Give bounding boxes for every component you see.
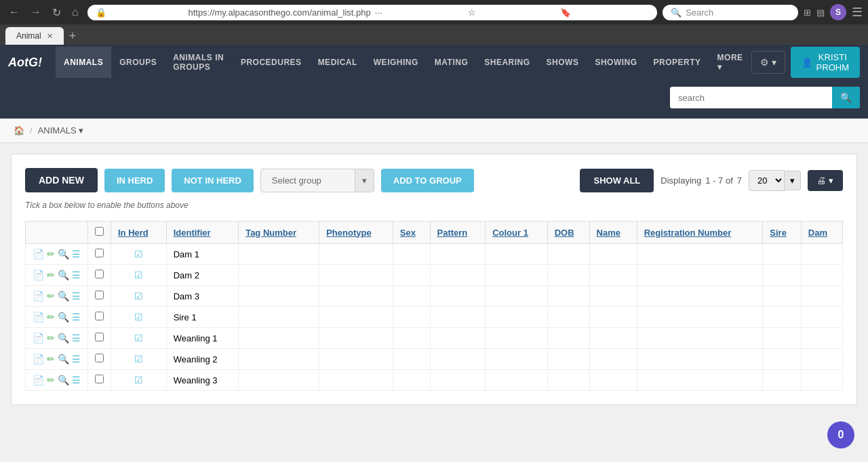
row-actions: 📄 ✏ 🔍 ☰: [26, 244, 88, 265]
add-new-button[interactable]: ADD NEW: [25, 168, 98, 192]
search-icon[interactable]: 🔍: [58, 333, 69, 343]
search-icon[interactable]: 🔍: [58, 270, 69, 280]
row-sire-6: [763, 370, 802, 391]
nav-animals-in-groups[interactable]: ANIMALS IN GROUPS: [165, 42, 233, 83]
row-checkbox-4[interactable]: [95, 333, 104, 341]
edit-icon[interactable]: ✏: [47, 270, 55, 280]
list-icon[interactable]: ☰: [72, 375, 81, 385]
nav-showing[interactable]: SHOWING: [587, 47, 645, 78]
print-button[interactable]: 🖨 ▾: [808, 170, 843, 191]
back-button[interactable]: ←: [5, 5, 23, 20]
nav-mating[interactable]: MATING: [427, 47, 476, 78]
col-name[interactable]: Name: [589, 222, 637, 244]
select-group-arrow[interactable]: ▾: [355, 169, 374, 192]
nav-procedures[interactable]: PROCEDURES: [233, 47, 310, 78]
col-dam[interactable]: Dam: [801, 222, 842, 244]
home-button[interactable]: ⌂: [68, 5, 82, 20]
nav-more[interactable]: MORE ▾: [709, 42, 751, 83]
edit-icon[interactable]: ✏: [47, 291, 55, 301]
breadcrumb-animals[interactable]: ANIMALS ▾: [38, 125, 84, 135]
col-tag-number[interactable]: Tag Number: [239, 222, 319, 244]
nav-groups[interactable]: GROUPS: [111, 47, 165, 78]
select-group-dropdown[interactable]: Select group: [260, 169, 355, 192]
list-icon[interactable]: ☰: [72, 333, 81, 343]
edit-icon[interactable]: ✏: [47, 333, 55, 343]
not-in-herd-button[interactable]: NOT IN HERD: [172, 169, 254, 192]
view-icon[interactable]: 📄: [33, 333, 44, 343]
list-icon[interactable]: ☰: [72, 354, 81, 364]
search-icon[interactable]: 🔍: [58, 354, 69, 364]
view-icon[interactable]: 📄: [33, 354, 44, 364]
list-icon[interactable]: ☰: [72, 291, 81, 301]
view-icon[interactable]: 📄: [33, 249, 44, 259]
nav-shows[interactable]: SHOWS: [538, 47, 587, 78]
add-to-group-button[interactable]: ADD TO GROUP: [381, 169, 474, 192]
select-all-checkbox[interactable]: [95, 227, 104, 236]
nav-shearing[interactable]: SHEARING: [476, 47, 538, 78]
list-icon[interactable]: ☰: [72, 270, 81, 280]
search-icon[interactable]: 🔍: [58, 291, 69, 301]
edit-icon[interactable]: ✏: [47, 312, 55, 322]
col-phenotype[interactable]: Phenotype: [319, 222, 393, 244]
view-icon[interactable]: 📄: [33, 270, 44, 280]
row-checkbox-2[interactable]: [95, 291, 104, 299]
settings-button[interactable]: ⚙ ▾: [751, 51, 785, 74]
row-checkbox-5[interactable]: [95, 354, 104, 362]
breadcrumb-home-icon[interactable]: 🏠: [14, 125, 24, 135]
col-sire[interactable]: Sire: [763, 222, 802, 244]
search-icon[interactable]: 🔍: [58, 249, 69, 259]
nav-weighing[interactable]: WEIGHING: [366, 47, 427, 78]
row-in-herd-cell: ☑: [111, 349, 167, 370]
edit-icon[interactable]: ✏: [47, 249, 55, 259]
row-checkbox-cell: [88, 244, 111, 265]
col-registration[interactable]: Registration Number: [637, 222, 763, 244]
per-page-select[interactable]: 20: [749, 170, 785, 191]
app-logo: AotG!: [8, 56, 42, 70]
row-checkbox-3[interactable]: [95, 312, 104, 320]
view-icon[interactable]: 📄: [33, 291, 44, 301]
col-colour1[interactable]: Colour 1: [486, 222, 548, 244]
view-icon[interactable]: 📄: [33, 375, 44, 385]
in-herd-button[interactable]: IN HERD: [104, 169, 165, 192]
search-input[interactable]: [670, 87, 832, 108]
col-in-herd[interactable]: In Herd: [111, 222, 167, 244]
nav-medical[interactable]: MEDICAL: [310, 47, 366, 78]
col-sex[interactable]: Sex: [393, 222, 430, 244]
forward-button[interactable]: →: [27, 5, 45, 20]
edit-icon[interactable]: ✏: [47, 375, 55, 385]
per-page-container: 20 ▾: [749, 170, 801, 191]
active-tab[interactable]: Animal ✕: [5, 27, 64, 45]
edit-icon[interactable]: ✏: [47, 354, 55, 364]
browser-search-box[interactable]: 🔍 Search: [663, 5, 798, 20]
view-icon[interactable]: 📄: [33, 312, 44, 322]
row-checkbox-1[interactable]: [95, 270, 104, 278]
search-icon[interactable]: 🔍: [58, 312, 69, 322]
row-phenotype-6: [319, 370, 393, 391]
row-checkbox-6[interactable]: [95, 375, 104, 383]
row-colour1-6: [486, 370, 548, 391]
nav-property[interactable]: PROPERTY: [646, 47, 709, 78]
row-tag-number-5: [239, 349, 319, 370]
show-all-button[interactable]: SHOW ALL: [580, 169, 654, 192]
hint-text: Tick a box below to enable the buttons a…: [25, 201, 843, 210]
col-dob[interactable]: DOB: [547, 222, 589, 244]
new-tab-button[interactable]: +: [69, 29, 77, 43]
search-icon[interactable]: 🔍: [58, 375, 69, 385]
reload-button[interactable]: ↻: [49, 5, 64, 20]
list-icon[interactable]: ☰: [72, 249, 81, 259]
row-checkbox-0[interactable]: [95, 249, 104, 257]
menu-icon[interactable]: ☰: [852, 5, 863, 20]
address-bar[interactable]: 🔒 https://my.alpacasonthego.com/animal_l…: [87, 5, 657, 20]
row-in-herd-cell: ☑: [111, 286, 167, 307]
row-pattern-2: [430, 286, 486, 307]
per-page-arrow[interactable]: ▾: [785, 171, 801, 190]
nav-animals[interactable]: ANIMALS: [56, 47, 111, 78]
col-identifier[interactable]: Identifier: [166, 222, 239, 244]
row-identifier-1: Dam 2: [166, 265, 239, 286]
in-herd-check-0: ☑: [134, 249, 143, 259]
search-button[interactable]: 🔍: [832, 87, 860, 108]
list-icon[interactable]: ☰: [72, 312, 81, 322]
tab-close-button[interactable]: ✕: [47, 32, 53, 41]
user-button[interactable]: 👤 KRISTI PROHM: [791, 47, 860, 78]
col-pattern[interactable]: Pattern: [430, 222, 486, 244]
